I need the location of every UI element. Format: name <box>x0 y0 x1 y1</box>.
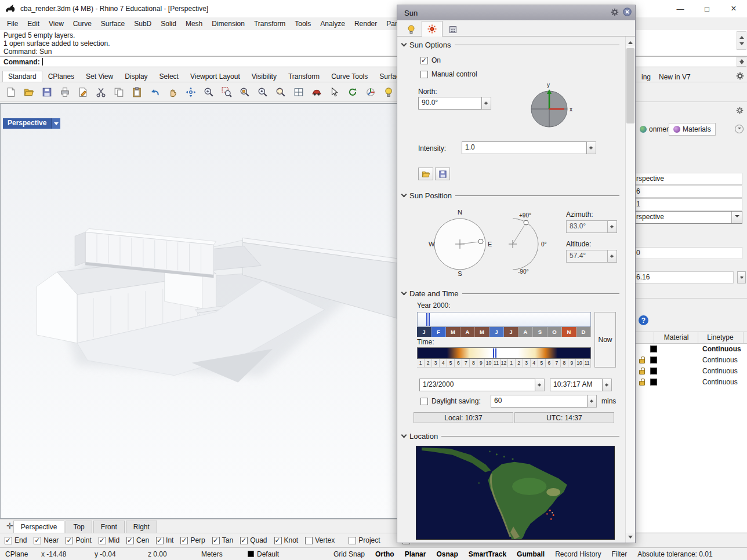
viewport-tab[interactable]: Perspective <box>13 521 65 533</box>
clock-spinner[interactable] <box>603 379 612 391</box>
toolbar-tab[interactable]: Select <box>154 71 184 82</box>
osnap-checkbox[interactable]: Quad <box>240 536 267 544</box>
menu-item[interactable]: Tools <box>290 19 316 29</box>
property-field[interactable]: 0 <box>634 247 742 259</box>
time-slider[interactable] <box>417 347 591 359</box>
location-world-map[interactable] <box>416 446 615 540</box>
property-dropdown[interactable]: rspective <box>634 211 742 224</box>
chevron-down-icon[interactable] <box>731 212 742 223</box>
toolbar-tab-new-in-v7[interactable]: New in V7 <box>653 71 697 82</box>
menu-item[interactable]: Dimension <box>207 19 249 29</box>
hour-cell[interactable]: 2 <box>425 359 432 368</box>
month-cell[interactable]: M <box>446 327 460 337</box>
dialog-scrollbar[interactable] <box>625 37 635 543</box>
viewport-title-chip[interactable]: Perspective <box>3 118 60 129</box>
month-cell[interactable]: D <box>576 327 591 337</box>
month-cell[interactable]: F <box>431 327 446 337</box>
lamp-tab[interactable] <box>401 22 422 36</box>
viewport-layout-icon[interactable] <box>291 85 306 100</box>
azimuth-input[interactable]: 83.0° <box>566 220 617 233</box>
month-cell[interactable]: N <box>562 327 576 337</box>
toolbar-tab[interactable]: Transform <box>282 71 325 82</box>
sun-tab[interactable] <box>422 21 443 37</box>
north-compass-graphic[interactable]: y x <box>526 82 575 134</box>
rotate-view-icon[interactable] <box>183 85 198 100</box>
hour-cell[interactable]: 8 <box>561 359 568 368</box>
linetype-value[interactable]: Continuous <box>702 356 738 364</box>
print-icon[interactable] <box>57 85 72 100</box>
hour-cell[interactable]: 11 <box>492 359 500 368</box>
dialog-close-icon[interactable] <box>623 8 632 18</box>
zoom-window-icon[interactable] <box>219 85 234 100</box>
lock-icon[interactable] <box>639 370 645 374</box>
layer-row[interactable]: Continuous <box>634 366 747 377</box>
toolbar-tab[interactable]: Set View <box>80 71 119 82</box>
hour-cell[interactable]: 10 <box>576 359 583 368</box>
osnap-checkbox[interactable]: Vertex <box>305 536 335 544</box>
new-file-icon[interactable] <box>3 85 19 100</box>
hour-cell[interactable]: 12 <box>501 359 508 368</box>
osnap-checkbox[interactable]: Perp <box>180 536 205 544</box>
manual-control-checkbox[interactable]: Manual control <box>420 70 477 78</box>
osnap-checkbox[interactable]: Near <box>34 536 59 544</box>
altitude-spinner[interactable] <box>608 250 617 263</box>
minimize-button[interactable]: — <box>667 0 694 17</box>
open-sun-settings-button[interactable] <box>418 168 433 180</box>
property-field[interactable]: 6.16 <box>634 271 734 283</box>
date-slider-marker[interactable] <box>426 313 427 326</box>
month-cell[interactable]: J <box>417 327 431 337</box>
hour-cell[interactable]: 4 <box>440 359 447 368</box>
toolbar-tab[interactable]: Visibility <box>246 71 282 82</box>
copy-icon[interactable] <box>111 85 126 100</box>
property-field[interactable]: rspective <box>634 173 742 185</box>
section-location[interactable]: Location <box>402 431 619 441</box>
history-icon[interactable] <box>345 85 360 100</box>
status-bar-item[interactable]: Osnap <box>431 550 463 558</box>
maximize-button[interactable]: □ <box>694 0 720 17</box>
menu-item[interactable]: Curve <box>68 19 96 29</box>
hour-cell[interactable]: 5 <box>447 359 455 368</box>
pan-hand-icon[interactable] <box>165 85 180 100</box>
section-sun-position[interactable]: Sun Position <box>402 191 619 200</box>
lock-icon[interactable] <box>639 381 645 386</box>
clock-input[interactable]: 10:37:17 AM <box>550 379 612 391</box>
toolbar-tab[interactable]: CPlanes <box>42 71 80 82</box>
shade-icon[interactable] <box>309 85 324 100</box>
menu-item[interactable]: Mesh <box>181 19 207 29</box>
status-bar-item[interactable]: Meters <box>196 550 242 558</box>
hour-cell[interactable]: 2 <box>516 359 523 368</box>
command-history-scrollbar[interactable] <box>737 31 746 50</box>
gumball-icon[interactable] <box>363 85 378 100</box>
status-bar-item[interactable]: Absolute tolerance: 0.01 <box>632 550 717 558</box>
cut-icon[interactable] <box>93 85 108 100</box>
linetype-value[interactable]: Continuous <box>702 367 738 375</box>
material-swatch[interactable] <box>650 368 657 374</box>
menu-item[interactable]: Surface <box>96 19 129 29</box>
month-cell[interactable]: S <box>533 327 547 337</box>
osnap-checkbox[interactable]: Point <box>66 536 91 544</box>
material-swatch[interactable] <box>650 346 657 352</box>
month-cell[interactable]: A <box>518 327 533 337</box>
hour-cell[interactable]: 11 <box>583 359 591 368</box>
status-bar-item[interactable]: Filter <box>606 550 632 558</box>
date-slider-marker[interactable] <box>429 313 430 326</box>
date-spinner[interactable] <box>535 379 545 391</box>
intensity-input[interactable]: 1.0 <box>462 141 596 154</box>
property-field[interactable]: 6 <box>634 186 742 198</box>
status-bar-item[interactable]: y -0.04 <box>89 550 143 558</box>
linetype-value[interactable]: Continuous <box>702 378 738 386</box>
month-cell[interactable]: O <box>547 327 562 337</box>
status-bar-item[interactable]: SmartTrack <box>463 550 512 558</box>
column-material[interactable]: Material <box>655 333 698 341</box>
date-slider[interactable] <box>417 312 591 327</box>
property-spinner[interactable] <box>737 271 746 283</box>
status-bar-item[interactable]: x -14.48 <box>36 550 89 558</box>
material-swatch[interactable] <box>650 379 657 386</box>
undo-icon[interactable] <box>147 85 162 100</box>
month-cell[interactable]: M <box>475 327 489 337</box>
menu-item[interactable]: Render <box>350 19 382 29</box>
scroll-up-arrow[interactable] <box>626 37 635 46</box>
hour-cell[interactable]: 5 <box>538 359 546 368</box>
menu-item[interactable]: View <box>44 19 68 29</box>
property-field[interactable]: 1 <box>634 198 742 210</box>
